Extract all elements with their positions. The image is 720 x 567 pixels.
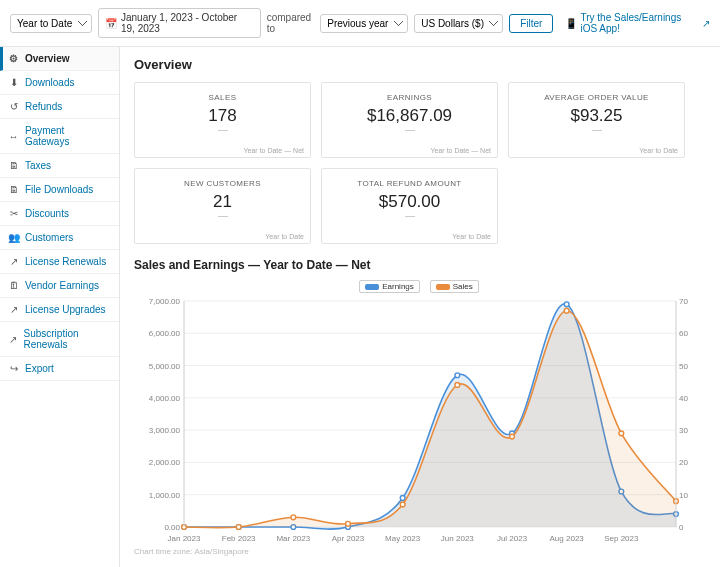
sidebar-item-payment-gateways[interactable]: ↔Payment Gateways xyxy=(0,119,119,154)
svg-text:Sep 2023: Sep 2023 xyxy=(604,534,639,543)
svg-text:30: 30 xyxy=(679,426,688,435)
sidebar-item-label: License Upgrades xyxy=(25,304,106,315)
svg-point-51 xyxy=(619,431,624,436)
metric-label: SALES xyxy=(209,93,237,102)
sidebar-item-downloads[interactable]: ⬇Downloads xyxy=(0,71,119,95)
subscription-renewals-icon: ↗ xyxy=(8,334,17,345)
sidebar-item-label: Payment Gateways xyxy=(25,125,111,147)
file-downloads-icon: 🗎 xyxy=(8,184,19,195)
chart-title: Sales and Earnings — Year to Date — Net xyxy=(134,258,706,272)
metric-value: $570.00 xyxy=(379,192,440,212)
date-range-picker[interactable]: 📅 January 1, 2023 - October 19, 2023 xyxy=(98,8,261,38)
sidebar: ⚙Overview⬇Downloads↺Refunds↔Payment Gate… xyxy=(0,47,120,567)
metric-caption: Year to Date xyxy=(452,233,491,240)
svg-text:20: 20 xyxy=(679,458,688,467)
svg-text:10: 10 xyxy=(679,491,688,500)
sidebar-item-overview[interactable]: ⚙Overview xyxy=(0,47,119,71)
svg-point-47 xyxy=(400,502,405,507)
metric-caption: Year to Date xyxy=(639,147,678,154)
svg-text:Mar 2023: Mar 2023 xyxy=(276,534,310,543)
legend-earnings[interactable]: Earnings xyxy=(359,280,420,293)
sales-earnings-chart: 0.001,000.002,000.003,000.004,000.005,00… xyxy=(134,295,704,545)
timezone-note: Chart time zone: Asia/Singapore xyxy=(134,547,704,556)
sidebar-item-label: Downloads xyxy=(25,77,74,88)
metric-value: $16,867.09 xyxy=(367,106,452,126)
chart-container: Earnings Sales 0.001,000.002,000.003,000… xyxy=(134,280,704,550)
refunds-icon: ↺ xyxy=(8,101,19,112)
svg-point-37 xyxy=(400,496,405,501)
downloads-icon: ⬇ xyxy=(8,77,19,88)
svg-text:Jun 2023: Jun 2023 xyxy=(441,534,474,543)
sidebar-item-label: Taxes xyxy=(25,160,51,171)
sidebar-item-taxes[interactable]: 🗎Taxes xyxy=(0,154,119,178)
vendor-earnings-icon: 🗓 xyxy=(8,280,19,291)
metric-caption: Year to Date — Net xyxy=(244,147,304,154)
metric-dash xyxy=(405,130,415,131)
phone-icon: 📱 xyxy=(565,18,577,29)
discounts-icon: ✂ xyxy=(8,208,19,219)
metric-dash xyxy=(218,216,228,217)
metric-dash xyxy=(405,216,415,217)
range-preset-select[interactable]: Year to Date xyxy=(10,14,92,33)
sidebar-item-label: Vendor Earnings xyxy=(25,280,99,291)
sidebar-item-label: Overview xyxy=(25,53,69,64)
sidebar-item-license-renewals[interactable]: ↗License Renewals xyxy=(0,250,119,274)
sidebar-item-vendor-earnings[interactable]: 🗓Vendor Earnings xyxy=(0,274,119,298)
customers-icon: 👥 xyxy=(8,232,19,243)
page-title: Overview xyxy=(134,57,706,72)
legend-sales[interactable]: Sales xyxy=(430,280,479,293)
content: Overview SALES 178 Year to Date — NetEAR… xyxy=(120,47,720,567)
sidebar-item-label: Export xyxy=(25,363,54,374)
filter-button[interactable]: Filter xyxy=(509,14,553,33)
svg-text:1,000.00: 1,000.00 xyxy=(149,491,181,500)
metric-caption: Year to Date xyxy=(265,233,304,240)
metric-label: TOTAL REFUND AMOUNT xyxy=(357,179,461,188)
svg-point-49 xyxy=(510,434,515,439)
sidebar-item-file-downloads[interactable]: 🗎File Downloads xyxy=(0,178,119,202)
svg-point-48 xyxy=(455,383,460,388)
metric-card-total-refund-amount[interactable]: TOTAL REFUND AMOUNT $570.00 Year to Date xyxy=(321,168,498,244)
sidebar-item-license-upgrades[interactable]: ↗License Upgrades xyxy=(0,298,119,322)
metric-dash xyxy=(218,130,228,131)
svg-text:May 2023: May 2023 xyxy=(385,534,421,543)
sidebar-item-label: Discounts xyxy=(25,208,69,219)
svg-text:Jan 2023: Jan 2023 xyxy=(168,534,201,543)
top-filter-bar: Year to Date 📅 January 1, 2023 - October… xyxy=(0,0,720,47)
svg-text:Aug 2023: Aug 2023 xyxy=(550,534,585,543)
svg-text:0: 0 xyxy=(679,523,684,532)
sidebar-item-refunds[interactable]: ↺Refunds xyxy=(0,95,119,119)
metric-card-earnings[interactable]: EARNINGS $16,867.09 Year to Date — Net xyxy=(321,82,498,158)
currency-select[interactable]: US Dollars ($) xyxy=(414,14,503,33)
svg-text:5,000.00: 5,000.00 xyxy=(149,362,181,371)
metric-card-sales[interactable]: SALES 178 Year to Date — Net xyxy=(134,82,311,158)
metric-card-new-customers[interactable]: NEW CUSTOMERS 21 Year to Date xyxy=(134,168,311,244)
ios-app-text: Try the Sales/Earnings iOS App! xyxy=(580,12,699,34)
metrics-grid: SALES 178 Year to Date — NetEARNINGS $16… xyxy=(134,82,706,244)
ios-app-link[interactable]: 📱 Try the Sales/Earnings iOS App! ↗ xyxy=(565,12,710,34)
sidebar-item-export[interactable]: ↪Export xyxy=(0,357,119,381)
metric-dash xyxy=(592,130,602,131)
license-upgrades-icon: ↗ xyxy=(8,304,19,315)
date-range-text: January 1, 2023 - October 19, 2023 xyxy=(121,12,254,34)
sidebar-item-subscription-renewals[interactable]: ↗Subscription Renewals xyxy=(0,322,119,357)
sidebar-item-discounts[interactable]: ✂Discounts xyxy=(0,202,119,226)
calendar-icon: 📅 xyxy=(105,18,117,29)
sidebar-item-label: Customers xyxy=(25,232,73,243)
metric-caption: Year to Date — Net xyxy=(431,147,491,154)
svg-point-45 xyxy=(291,515,296,520)
svg-point-40 xyxy=(564,302,569,307)
taxes-icon: 🗎 xyxy=(8,160,19,171)
compared-to-select[interactable]: Previous year xyxy=(320,14,408,33)
sidebar-item-customers[interactable]: 👥Customers xyxy=(0,226,119,250)
compared-label: compared to xyxy=(267,12,315,34)
metric-card-average-order-value[interactable]: AVERAGE ORDER VALUE $93.25 Year to Date xyxy=(508,82,685,158)
svg-text:7,000.00: 7,000.00 xyxy=(149,297,181,306)
svg-text:3,000.00: 3,000.00 xyxy=(149,426,181,435)
sidebar-item-label: Subscription Renewals xyxy=(23,328,111,350)
svg-text:2,000.00: 2,000.00 xyxy=(149,458,181,467)
svg-text:Jul 2023: Jul 2023 xyxy=(497,534,528,543)
external-link-icon: ↗ xyxy=(702,18,710,29)
svg-point-46 xyxy=(346,521,351,526)
chart-legend: Earnings Sales xyxy=(134,280,704,293)
metric-value: 178 xyxy=(208,106,236,126)
